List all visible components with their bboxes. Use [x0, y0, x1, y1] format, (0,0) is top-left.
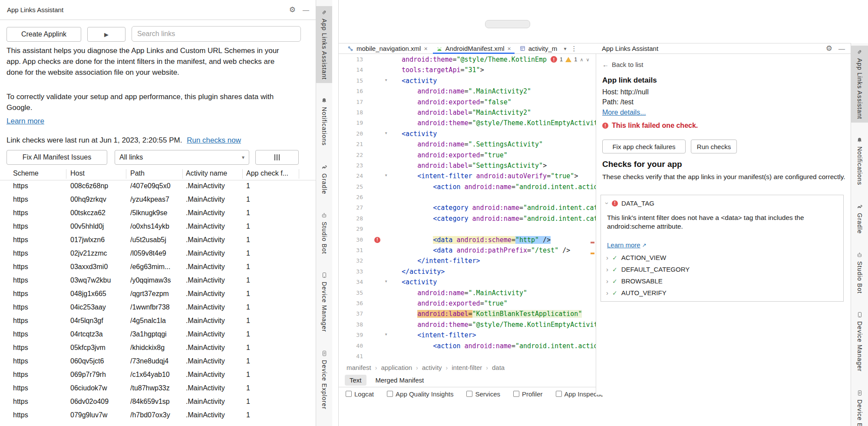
gear-icon[interactable]: ⚙ — [289, 6, 296, 13]
check-learn-more-link[interactable]: Learn more ↗ — [607, 241, 647, 249]
table-row[interactable]: https008c6z68np/407e09q5x0.MainActivity1 — [0, 180, 316, 193]
code-line[interactable]: 41 — [339, 351, 596, 362]
fix-all-manifest-issues-button[interactable]: Fix All Manifest Issues — [7, 150, 107, 165]
table-row[interactable]: https06ciudok7w/tu87hwp33z.MainActivity1 — [0, 382, 316, 396]
warning-stripe-mark[interactable] — [591, 253, 594, 254]
links-filter-dropdown[interactable]: All links ▾ — [115, 150, 249, 165]
code-line[interactable]: 20▾<activity — [339, 129, 596, 139]
column-separator[interactable] — [126, 169, 126, 179]
column-separator[interactable] — [299, 169, 299, 179]
tool-strip-tab-app-links-assistant[interactable]: App Links Assistant — [851, 46, 868, 123]
tool-strip-tab-gradle[interactable]: Gradle — [851, 200, 868, 237]
tool-strip-tab-device-manager[interactable]: Device Manager — [851, 308, 868, 375]
hidden-tabs-chevron-icon[interactable]: ▾ — [561, 46, 568, 51]
code-line[interactable]: 37 android:label="KotlinBlankTestApplica… — [339, 309, 596, 319]
table-row[interactable]: https04ic253aay/1wwnfbr738.MainActivity1 — [0, 301, 316, 315]
create-applink-button[interactable]: Create Applink — [7, 27, 81, 42]
table-row[interactable]: https00tskcza62/5lknugk9se.MainActivity1 — [0, 207, 316, 220]
tab-options-icon[interactable]: ⋮ — [568, 45, 579, 52]
breadcrumb-item-activity[interactable]: activity — [422, 364, 442, 371]
check-item-browsable[interactable]: ›✓BROWSABLE — [606, 275, 836, 287]
table-row[interactable]: https069p7r79rh/c1x64yab10.MainActivity1 — [0, 369, 316, 382]
breadcrumb-item-manifest[interactable]: manifest — [347, 364, 371, 371]
search-links-input[interactable] — [132, 26, 301, 42]
tool-strip-tab-notifications[interactable]: Notifications — [851, 134, 868, 189]
code-line[interactable]: 28 <category android:name="android.inten… — [339, 213, 596, 224]
table-row[interactable]: https060qv5jct6/73ne8udqj4.MainActivity1 — [0, 355, 316, 369]
editor-tab-activity-m[interactable]: activity_m — [515, 43, 562, 53]
tool-strip-tab-studio-bot[interactable]: Studio Bot — [851, 249, 868, 297]
code-line[interactable]: 40 <action android:name="android.intent.… — [339, 341, 596, 351]
column-header-activity-name[interactable]: Activity name — [186, 170, 227, 177]
run-button-play[interactable]: ▶ — [87, 27, 125, 42]
tool-strip-tab-device-explorer[interactable]: Device Explorer — [851, 386, 868, 426]
code-line[interactable]: 24▾ <intent-filter android:autoVerify="t… — [339, 171, 596, 181]
close-icon[interactable]: × — [508, 46, 511, 52]
table-row[interactable]: https04r5lqn3gf/4g5nalc1la.MainActivity1 — [0, 315, 316, 328]
fold-arrow-icon[interactable]: ▾ — [382, 77, 390, 83]
breadcrumb-item-data[interactable]: data — [492, 364, 505, 371]
code-line[interactable]: 26 — [339, 192, 596, 203]
check-item-auto-verify[interactable]: ›✓AUTO_VERIFY — [606, 287, 836, 299]
next-issue-chevron-icon[interactable]: ∨ — [586, 57, 590, 62]
code-area[interactable]: 13android:theme="@style/Theme.KotlinEmp1… — [339, 54, 596, 362]
code-line[interactable]: 27 <category android:name="android.inten… — [339, 203, 596, 213]
breadcrumb-item-application[interactable]: application — [381, 364, 412, 371]
fold-arrow-icon[interactable]: ▾ — [382, 172, 390, 178]
table-row[interactable]: https03wq7w2kbu/y0qqimaw3s.MainActivity1 — [0, 274, 316, 288]
view-tab-merged-manifest[interactable]: Merged Manifest — [371, 375, 429, 386]
column-header-path[interactable]: Path — [130, 170, 145, 177]
view-tab-text[interactable]: Text — [345, 375, 366, 386]
table-row[interactable]: https05kfcp3jvm/khidckix8g.MainActivity1 — [0, 342, 316, 355]
code-line[interactable]: 16 android:name=".MainActivity2" — [339, 86, 596, 97]
breadcrumb-item-intent-filter[interactable]: intent-filter — [452, 364, 482, 371]
code-line[interactable]: 25 <action android:name="android.intent.… — [339, 182, 596, 192]
code-line[interactable]: 18 android:label="MainActivity2" — [339, 107, 596, 118]
minimize-icon[interactable]: — — [838, 45, 845, 52]
code-line[interactable]: 36 android:exported="true" — [339, 298, 596, 309]
code-line[interactable]: 38 android:theme="@style/Theme.KotlinEmp… — [339, 320, 596, 330]
table-row[interactable]: https03axxd3mi0/e6g63mim....MainActivity… — [0, 261, 316, 274]
code-line[interactable]: 39▾ <intent-filter> — [339, 330, 596, 340]
tool-bar-item-profiler[interactable]: Profiler — [513, 390, 543, 398]
fold-arrow-icon[interactable]: ▾ — [382, 331, 390, 337]
editor-tab-androidmanifest-xml[interactable]: AndroidManifest.xml× — [432, 43, 515, 53]
check-item-action-view[interactable]: ›✓ACTION_VIEW — [606, 252, 836, 263]
minimize-icon[interactable]: — — [303, 7, 309, 13]
table-row[interactable]: https017jwlxzn6/u5t2usab5j.MainActivity1 — [0, 234, 316, 247]
fold-arrow-icon[interactable]: ▾ — [382, 130, 390, 136]
table-row[interactable]: https079g9luv7w/h7bd07ox3y.MainActivity1 — [0, 409, 316, 423]
gutter-error-icon[interactable]: ! — [374, 237, 380, 243]
tool-bar-item-app-quality-insights[interactable]: App Quality Insights — [387, 390, 453, 398]
table-row[interactable]: https00hq9zrkqv/yzu4kpeas7.MainActivity1 — [0, 193, 316, 207]
fix-app-check-failures-button[interactable]: Fix app check failures — [602, 140, 686, 153]
column-settings-button[interactable] — [255, 150, 299, 165]
tool-strip-tab-device-manager[interactable]: Device Manager — [316, 269, 332, 336]
code-line[interactable]: 14tools:targetApi="31"> — [339, 65, 596, 75]
tool-strip-tab-gradle[interactable]: Gradle — [316, 161, 332, 198]
code-line[interactable]: 35 android:name=".MainActivity" — [339, 288, 596, 298]
close-icon[interactable]: × — [424, 46, 427, 52]
code-line[interactable]: 17 android:exported="false" — [339, 97, 596, 107]
column-separator[interactable] — [182, 169, 183, 179]
learn-more-link[interactable]: Learn more — [7, 116, 44, 126]
fold-arrow-icon[interactable]: ▾ — [382, 278, 390, 284]
tool-bar-item-logcat[interactable]: Logcat — [346, 390, 374, 398]
table-row[interactable]: https048jg1x665/qgrt37ezpm.MainActivity1 — [0, 288, 316, 301]
column-header-host[interactable]: Host — [70, 170, 85, 177]
code-line[interactable]: 15▾<activity — [339, 76, 596, 86]
failed-check-row[interactable]: › ! DATA_TAG — [606, 200, 654, 207]
prev-issue-chevron-icon[interactable]: ∧ — [580, 57, 583, 62]
code-line[interactable]: 30! <data android:scheme="http" /> — [339, 235, 596, 245]
code-line[interactable]: 32 </intent-filter> — [339, 256, 596, 266]
code-line[interactable]: 34▾<activity — [339, 277, 596, 287]
code-line[interactable]: 19 android:theme="@style/Theme.KotlinEmp… — [339, 118, 596, 128]
table-row[interactable]: https04rtcqtz3a/3a1hgptqgi.MainActivity1 — [0, 328, 316, 342]
code-line[interactable]: 23 android:label="SettingsActivity"> — [339, 160, 596, 171]
column-header-app-check-f-[interactable]: App check f... — [246, 170, 298, 177]
more-details-link[interactable]: More details... — [602, 109, 646, 116]
code-line[interactable]: 22 android:exported="true" — [339, 150, 596, 160]
tool-bar-item-services[interactable]: Services — [466, 390, 500, 398]
code-line[interactable]: 29 — [339, 224, 596, 234]
back-to-list-link[interactable]: ← Back to list — [602, 61, 644, 68]
